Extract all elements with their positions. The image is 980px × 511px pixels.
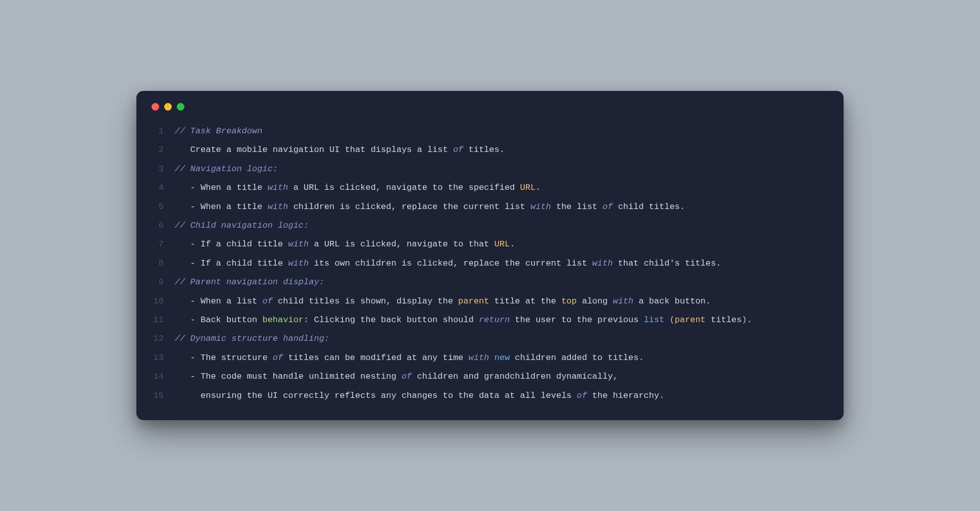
code-editor[interactable]: 1// Task Breakdown2 Create a mobile navi…: [151, 122, 829, 405]
token-keyword: return: [479, 315, 510, 325]
token-plain: [664, 315, 669, 325]
token-plain: - Back button: [190, 315, 263, 325]
token-ident: parent: [675, 315, 706, 325]
line-content: ensuring the UI correctly reflects any c…: [175, 386, 829, 405]
line-number: 3: [151, 160, 175, 178]
line-number: 6: [151, 216, 175, 235]
token-plain: the user to the previous: [510, 315, 644, 325]
line-number: 15: [151, 386, 175, 405]
line-number: 8: [151, 254, 175, 273]
token-plain: children added to titles.: [510, 353, 644, 363]
line-number: 14: [151, 367, 175, 386]
token-keyword: with: [288, 259, 309, 268]
token-keyword: with: [288, 239, 309, 249]
token-plain: a URL is clicked, navigate to that: [309, 239, 494, 249]
token-plain: the list: [551, 202, 603, 212]
token-comment: // Task Breakdown: [175, 126, 262, 136]
code-line: 11 - Back button behavior: Clicking the …: [151, 311, 829, 329]
token-ident: parent: [458, 296, 489, 306]
token-plain: titles can be modified at any time: [283, 353, 468, 363]
line-number: 1: [151, 122, 175, 140]
code-line: 14 - The code must handle unlimited nest…: [151, 367, 829, 386]
token-comment: // Navigation logic:: [175, 164, 278, 174]
code-line: 2 Create a mobile navigation UI that dis…: [151, 140, 829, 159]
line-number: 9: [151, 273, 175, 291]
token-plain: titles.: [463, 145, 505, 155]
token-plain: children is clicked, replace the current…: [288, 202, 530, 212]
token-punct: (: [669, 315, 674, 325]
line-number: 7: [151, 235, 175, 253]
line-content: - If a child title with its own children…: [175, 254, 829, 273]
line-content: - When a list of child titles is shown, …: [175, 292, 829, 311]
token-plain: .: [747, 315, 752, 325]
code-line: 15 ensuring the UI correctly reflects an…: [151, 386, 829, 405]
line-content: // Child navigation logic:: [175, 216, 829, 235]
token-plain: title at the: [489, 296, 561, 306]
zoom-icon[interactable]: [177, 103, 184, 111]
token-ident: URL: [520, 183, 536, 192]
line-content: - When a title with a URL is clicked, na…: [175, 178, 829, 197]
token-plain: its own children is clicked, replace the…: [309, 259, 592, 268]
line-content: - If a child title with a URL is clicked…: [175, 235, 829, 253]
minimize-icon[interactable]: [164, 103, 172, 111]
line-number: 10: [151, 292, 175, 311]
token-plain: - When a title: [190, 202, 268, 212]
code-window: 1// Task Breakdown2 Create a mobile navi…: [136, 91, 844, 420]
token-comment: // Parent navigation display:: [175, 277, 324, 287]
token-keyword: of: [402, 372, 412, 381]
token-plain: .: [535, 183, 541, 192]
token-comment: // Dynamic structure handling:: [175, 334, 329, 343]
token-plain: along: [577, 296, 613, 306]
line-number: 4: [151, 178, 175, 197]
token-builtin: list: [644, 315, 664, 325]
token-ident: top: [561, 296, 577, 306]
token-plain: child titles is shown, display the: [273, 296, 458, 306]
close-icon[interactable]: [152, 103, 159, 111]
line-number: 2: [151, 140, 175, 159]
token-plain: [489, 353, 494, 363]
token-keyword: with: [530, 202, 551, 212]
line-content: - Back button behavior: Clicking the bac…: [175, 311, 829, 329]
code-line: 10 - When a list of child titles is show…: [151, 292, 829, 311]
token-builtin: new: [495, 353, 510, 363]
code-line: 7 - If a child title with a URL is click…: [151, 235, 829, 253]
token-plain: titles: [706, 315, 742, 325]
line-content: // Task Breakdown: [175, 122, 829, 140]
token-plain: ensuring the UI correctly reflects any c…: [201, 391, 577, 400]
line-number: 11: [151, 311, 175, 329]
token-ident: URL: [495, 239, 510, 249]
line-number: 13: [151, 348, 175, 367]
code-line: 5 - When a title with children is clicke…: [151, 197, 829, 216]
token-keyword: of: [453, 145, 463, 155]
token-plain: the hierarchy.: [587, 391, 664, 400]
token-plain: : Clicking the back button should: [304, 315, 479, 325]
code-line: 6// Child navigation logic:: [151, 216, 829, 235]
code-line: 4 - When a title with a URL is clicked, …: [151, 178, 829, 197]
token-keyword: with: [613, 296, 633, 306]
line-number: 12: [151, 329, 175, 348]
token-plain: - When a list: [190, 296, 263, 306]
token-plain: .: [510, 239, 515, 249]
line-content: // Navigation logic:: [175, 160, 829, 178]
code-line: 9// Parent navigation display:: [151, 273, 829, 291]
token-keyword: with: [268, 183, 288, 192]
token-func: behavior: [262, 315, 304, 325]
token-plain: - If a child title: [190, 259, 288, 268]
token-plain: that child's titles.: [613, 259, 721, 268]
token-plain: child titles.: [613, 202, 685, 212]
token-plain: - If a child title: [190, 239, 288, 249]
code-line: 13 - The structure of titles can be modi…: [151, 348, 829, 367]
token-keyword: of: [577, 391, 587, 400]
line-content: // Dynamic structure handling:: [175, 329, 829, 348]
code-line: 3// Navigation logic:: [151, 160, 829, 178]
token-comment: // Child navigation logic:: [175, 221, 309, 230]
line-content: - The code must handle unlimited nesting…: [175, 367, 829, 386]
token-plain: - The structure: [190, 353, 273, 363]
token-plain: a back button.: [633, 296, 711, 306]
window-controls: [151, 103, 829, 111]
token-keyword: with: [268, 202, 288, 212]
token-plain: - The code must handle unlimited nesting: [190, 372, 402, 381]
line-content: - When a title with children is clicked,…: [175, 197, 829, 216]
token-keyword: with: [592, 259, 613, 268]
token-plain: Create a mobile navigation UI that displ…: [190, 145, 453, 155]
